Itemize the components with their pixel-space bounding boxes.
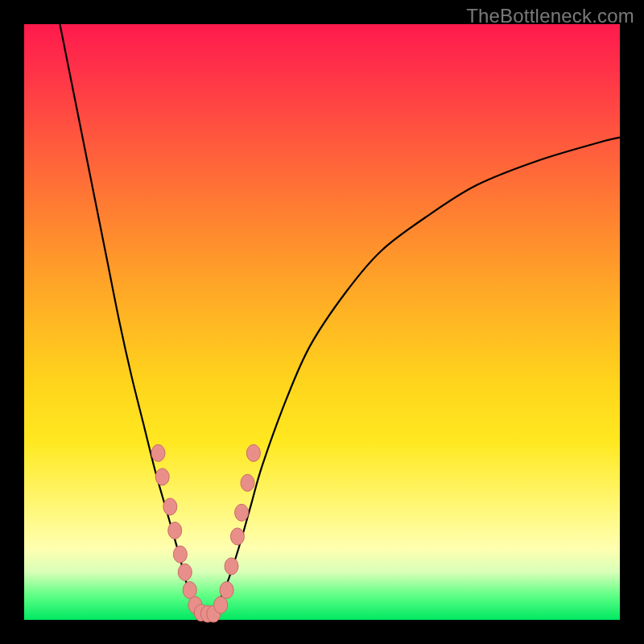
marker-bead: [163, 498, 177, 515]
plot-area: [24, 24, 620, 620]
marker-bead: [246, 444, 260, 461]
marker-bead: [173, 546, 187, 563]
marker-bead: [220, 582, 233, 599]
marker-bead: [241, 474, 254, 491]
marker-bead: [155, 469, 169, 485]
bottleneck-curve: [60, 24, 620, 618]
marker-bead: [183, 582, 196, 599]
marker-bead: [178, 564, 192, 580]
curve-layer: [24, 24, 620, 620]
curve-path: [60, 24, 620, 618]
marker-bead: [225, 558, 238, 575]
chart-frame: TheBottleneck.com: [0, 0, 644, 644]
marker-bead: [168, 522, 182, 539]
marker-bead: [230, 528, 244, 545]
marker-beads: [151, 444, 260, 622]
marker-bead: [151, 444, 165, 461]
marker-bead: [214, 597, 228, 613]
marker-bead: [235, 504, 249, 521]
